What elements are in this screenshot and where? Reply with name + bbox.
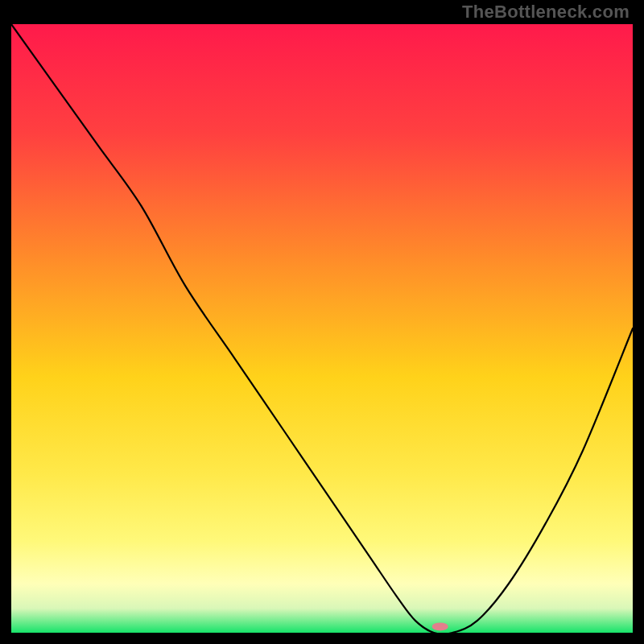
chart-container: TheBottleneck.com	[0, 0, 644, 644]
gradient-background	[11, 24, 633, 633]
plot-area	[11, 24, 633, 633]
bottleneck-chart	[11, 24, 633, 633]
watermark-label: TheBottleneck.com	[462, 2, 630, 23]
optimal-point-marker	[432, 622, 448, 630]
